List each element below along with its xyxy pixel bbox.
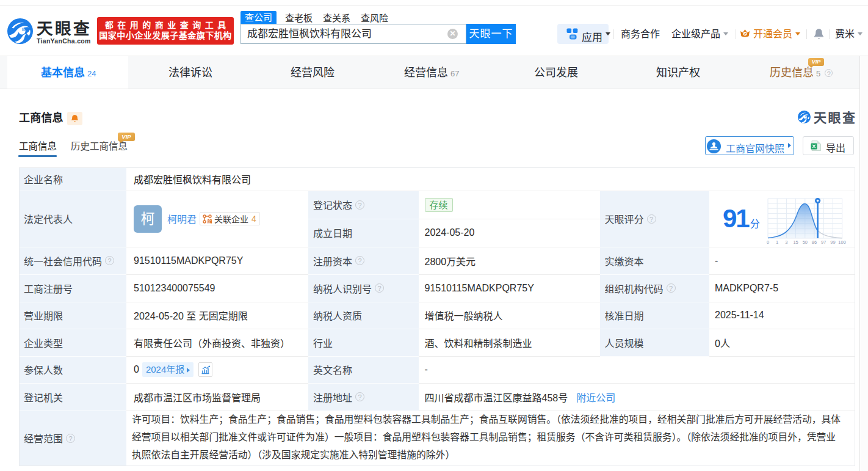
svg-text:15: 15 xyxy=(793,239,798,245)
svg-text:3: 3 xyxy=(785,239,787,245)
svg-text:0: 0 xyxy=(767,239,769,245)
svg-text:86: 86 xyxy=(812,239,817,245)
svg-text:100: 100 xyxy=(838,239,846,245)
svg-text:99: 99 xyxy=(830,239,835,245)
svg-text:97: 97 xyxy=(821,239,826,245)
svg-text:50: 50 xyxy=(802,239,807,245)
svg-text:企: 企 xyxy=(208,219,212,224)
svg-text:1: 1 xyxy=(776,239,778,245)
